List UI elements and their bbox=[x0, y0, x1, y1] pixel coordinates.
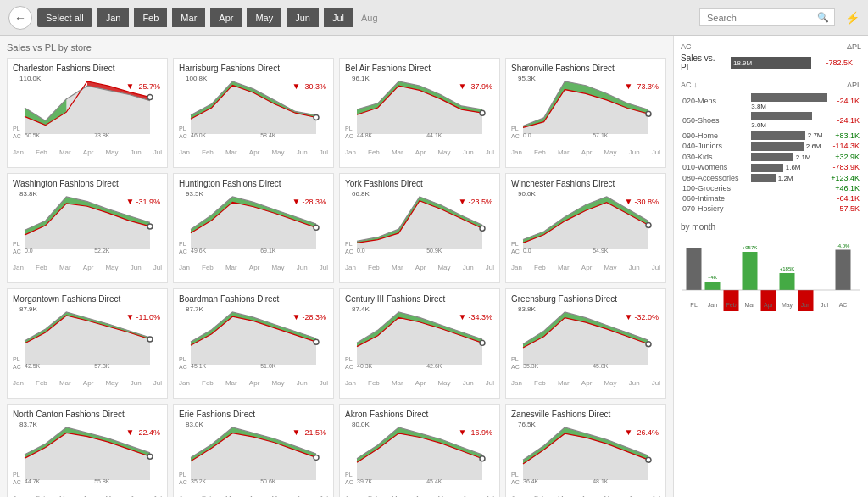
main-content: Sales vs PL by store Charleston Fashions… bbox=[0, 36, 868, 497]
chart-title: Harrisburg Fashions Direct bbox=[179, 64, 328, 73]
cat-name: 040-Juniors bbox=[681, 141, 749, 152]
chart-title: Greensburg Fashions Direct bbox=[511, 294, 660, 304]
month-label: Apr bbox=[581, 148, 592, 156]
select-all-button[interactable]: Select all bbox=[37, 8, 92, 27]
rp-category-row: 010-Womens 1.6M -783.9K bbox=[681, 162, 861, 173]
chart-card: Akron Fashions Direct 80.0K ▼-16.9% bbox=[339, 404, 500, 497]
delta-label: ▼-28.3% bbox=[292, 312, 326, 321]
month-label: Jan bbox=[345, 264, 356, 271]
cat-dpl: -64.1K bbox=[829, 193, 861, 204]
svg-text:0.0: 0.0 bbox=[523, 248, 531, 254]
cat-bar bbox=[749, 193, 829, 204]
month-label: Apr bbox=[83, 264, 93, 271]
pl-ac-label: PLAC bbox=[13, 472, 21, 486]
delta-value: -11.0% bbox=[136, 313, 160, 321]
cat-dpl: -57.5K bbox=[829, 204, 861, 214]
search-box[interactable]: 🔍 bbox=[699, 8, 835, 26]
by-month-label: Jul bbox=[821, 302, 828, 308]
app-container: ← Select all Jan Feb Mar Apr May Jun Jul… bbox=[0, 0, 868, 497]
month-jul[interactable]: Jul bbox=[324, 8, 353, 27]
month-label: Jun bbox=[131, 379, 142, 387]
cat-dpl: +32.9K bbox=[829, 152, 861, 163]
cat-bar: 3.0M bbox=[749, 111, 829, 131]
delta-value: -73.3% bbox=[634, 82, 659, 91]
month-feb[interactable]: Feb bbox=[134, 8, 167, 27]
filter-icon[interactable]: ⚡ bbox=[845, 11, 860, 25]
month-label: Jul bbox=[652, 264, 660, 271]
month-label: Jul bbox=[320, 148, 328, 156]
cat-bar bbox=[749, 183, 829, 193]
chart-labels: JanFebMarAprMayJunJul bbox=[511, 379, 660, 387]
month-label: Feb bbox=[534, 379, 546, 387]
rp-ac-header: AC bbox=[681, 42, 692, 51]
month-label: May bbox=[271, 264, 284, 271]
month-label: Jun bbox=[629, 264, 640, 271]
month-jan[interactable]: Jan bbox=[97, 8, 130, 27]
month-jun[interactable]: Jun bbox=[287, 8, 319, 27]
rp-sales-label: Sales vs. PL bbox=[681, 53, 727, 72]
svg-text:52.2K: 52.2K bbox=[94, 248, 110, 254]
search-input[interactable] bbox=[707, 13, 817, 23]
month-label: Mar bbox=[225, 148, 237, 156]
chart-title: Boardman Fashions Direct bbox=[179, 294, 328, 304]
month-label: Jun bbox=[629, 148, 640, 156]
svg-text:0.0: 0.0 bbox=[25, 248, 33, 254]
svg-text:45.4K: 45.4K bbox=[426, 478, 442, 484]
by-month-label: Jan bbox=[708, 302, 717, 308]
pl-ac-label: PLAC bbox=[13, 356, 21, 371]
cat-name: 070-Hosiery bbox=[681, 204, 749, 214]
month-label: Jul bbox=[652, 148, 660, 156]
month-label: Mar bbox=[558, 148, 570, 156]
svg-text:51.0K: 51.0K bbox=[260, 363, 276, 369]
delta-value: -28.3% bbox=[302, 198, 326, 206]
month-label: Apr bbox=[581, 379, 592, 387]
svg-point-21 bbox=[646, 222, 651, 227]
chart-title: Sharonville Fashions Direct bbox=[511, 64, 660, 73]
month-label: Jan bbox=[179, 379, 190, 387]
month-label: Feb bbox=[534, 148, 546, 156]
chart-card: North Canton Fashions Direct 83.7K ▼-22.… bbox=[7, 404, 168, 497]
cat-dpl: +46.1K bbox=[829, 183, 861, 193]
month-label: Feb bbox=[36, 148, 47, 156]
top-val: 83.8K bbox=[518, 305, 536, 313]
rp-table: 020-Mens 3.8M -24.1K 050-Shoes 3.0M -24.… bbox=[681, 92, 861, 214]
month-label: Jun bbox=[297, 379, 308, 387]
chart-labels: JanFebMarAprMayJunJul bbox=[13, 148, 162, 156]
chart-labels: JanFebMarAprMayJunJul bbox=[13, 379, 162, 387]
delta-label: ▼-32.0% bbox=[625, 312, 659, 321]
month-label: Jun bbox=[463, 264, 474, 271]
chart-area: 93.5K ▼-28.3% 49.6K 69.1K bbox=[179, 190, 328, 262]
back-button[interactable]: ← bbox=[8, 6, 32, 30]
svg-text:50.9K: 50.9K bbox=[426, 248, 442, 254]
month-label: Apr bbox=[415, 148, 426, 156]
svg-text:35.2K: 35.2K bbox=[191, 478, 207, 484]
chart-title: North Canton Fashions Direct bbox=[13, 410, 162, 419]
chart-card: Zanesville Fashions Direct 76.5K ▼-26.4% bbox=[505, 404, 666, 497]
delta-label: ▼-28.3% bbox=[292, 197, 326, 206]
delta-label: ▼-22.4% bbox=[126, 427, 160, 437]
svg-text:35.3K: 35.3K bbox=[523, 363, 539, 369]
month-label: Jan bbox=[345, 379, 356, 387]
by-month-label: Jun bbox=[801, 302, 810, 308]
by-month-svg: PLJan+4KFeb-458KMar+957KApr-712KMay+185K… bbox=[681, 235, 861, 311]
svg-point-36 bbox=[147, 454, 153, 459]
month-may[interactable]: May bbox=[247, 8, 281, 27]
rp-category-row: 020-Mens 3.8M -24.1K bbox=[681, 92, 861, 111]
month-apr[interactable]: Apr bbox=[210, 8, 242, 27]
month-label: Mar bbox=[558, 264, 570, 271]
search-icon: 🔍 bbox=[817, 12, 829, 23]
rp-dpl-header: ΔPL bbox=[847, 42, 861, 51]
rp-bymonth-section: by month PLJan+4KFeb-458KMar+957KApr-712… bbox=[681, 222, 861, 311]
month-label: Jun bbox=[131, 148, 142, 156]
month-label: Feb bbox=[368, 148, 380, 156]
chart-card: Century III Fashions Direct 87.4K ▼-34.3… bbox=[339, 288, 500, 399]
top-val: 90.0K bbox=[518, 190, 536, 198]
chart-area: 83.8K ▼-32.0% 35.3K 45.8K bbox=[511, 305, 660, 377]
month-label: May bbox=[437, 379, 450, 387]
month-label: May bbox=[105, 148, 118, 156]
svg-text:48.1K: 48.1K bbox=[593, 478, 609, 484]
month-mar[interactable]: Mar bbox=[172, 8, 205, 27]
chart-area: 76.5K ▼-26.4% 36.4K 48.1K bbox=[511, 421, 660, 493]
chart-area: 87.4K ▼-34.3% 40.3K 42.6K bbox=[345, 305, 494, 377]
cat-bar: 2.1M bbox=[749, 152, 829, 163]
